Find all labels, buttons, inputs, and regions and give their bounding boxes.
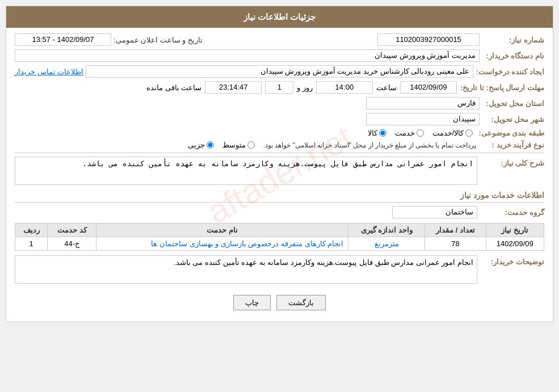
- process-motavaset-item[interactable]: متوسط: [222, 141, 255, 149]
- table-row: 1402/09/09 78 مترمربع انجام کارهای متفرق…: [15, 237, 544, 251]
- category-khadamat-label: خدمت: [395, 129, 415, 137]
- description-box: شرح کلی نیاز:: [15, 157, 544, 185]
- category-kala-item[interactable]: کالا: [368, 129, 386, 137]
- service-group-row: گروه حدمت: ساختمان: [15, 206, 544, 218]
- buyer-org-label: نام دستگاه خریدار:: [482, 52, 544, 60]
- category-khadamat-item[interactable]: خدمت: [395, 129, 424, 137]
- divider-1: [15, 153, 544, 153]
- province-value: فارس: [366, 97, 480, 109]
- city-label: شهر محل تحویل:: [482, 115, 544, 124]
- service-group-value: ساختمان: [392, 206, 477, 218]
- page-title: جزئیات اطلاعات نیاز: [243, 12, 316, 22]
- category-kala-label: کالا: [368, 129, 377, 137]
- process-note: پرداخت تمام یا بخشی از مبلغ خریدار از مح…: [263, 141, 476, 149]
- category-group: کالا/خدمت خدمت کالا: [368, 129, 473, 137]
- deadline-days-label: روز و: [297, 83, 313, 92]
- button-row: بازگشت چاپ: [15, 289, 544, 316]
- print-button[interactable]: چاپ: [233, 295, 271, 310]
- process-jozi-radio[interactable]: [207, 141, 214, 149]
- need-number-label: شماره نیاز:: [482, 36, 544, 44]
- announce-date-label: تاریخ و ساعت اعلان عمومی:: [114, 36, 203, 44]
- col-service-name: نام حدمت: [96, 224, 348, 237]
- deadline-remaining-label: ساعت باقی مانده: [146, 83, 201, 92]
- city-row: شهر محل تحویل: سپیدان: [15, 113, 544, 125]
- description-label: شرح کلی نیاز:: [482, 157, 544, 167]
- table-header-row: تاریخ نیاز تعداد / مقدار واحد اندازه گیر…: [15, 224, 544, 237]
- deadline-remaining: 23:14:47: [205, 81, 262, 94]
- cell-service-code: ج-44: [48, 237, 96, 251]
- buyer-notes-label: توضیحات خریدار:: [482, 255, 544, 266]
- buyer-org-row: نام دستگاه خریدار: مدیریت آموزش وپرورش س…: [15, 49, 544, 62]
- page-header: جزئیات اطلاعات نیاز: [6, 6, 553, 28]
- requester-value: علی معینی رودبالی کارشناس خرید مدیریت آم…: [86, 65, 473, 78]
- deadline-days: 1: [265, 81, 293, 94]
- col-row-num: ردیف: [15, 224, 48, 237]
- category-label: طبقه بندی موضوعی:: [478, 129, 544, 137]
- deadline-date: 1402/09/09: [400, 81, 457, 94]
- cell-row-num: 1: [15, 237, 48, 251]
- city-value: سپیدان: [366, 113, 480, 125]
- page-wrapper: جزئیات اطلاعات نیاز aftader.net شماره نی…: [6, 6, 553, 322]
- category-kala-khadamat-item[interactable]: کالا/خدمت: [432, 129, 473, 137]
- col-service-code: کد حدمت: [48, 224, 96, 237]
- col-need-date: تاریخ نیاز: [486, 224, 544, 237]
- deadline-row: مهلت ارسال پاسخ: تا تاریخ: 1402/09/09 سا…: [15, 81, 544, 94]
- description-textarea[interactable]: [15, 157, 477, 185]
- services-title: اطلاعات خدمات مورد نیاز: [15, 191, 544, 203]
- province-row: استان محل تحویل: فارس: [15, 97, 544, 109]
- process-jozi-label: جزیی: [188, 141, 205, 149]
- category-kala-khadamat-radio[interactable]: [465, 129, 473, 137]
- need-number-row: شماره نیاز: 1102003927000015 تاریخ و ساع…: [15, 33, 544, 46]
- deadline-time: 14:00: [316, 81, 373, 94]
- process-label: نوع فرآیند خرید :: [482, 141, 544, 149]
- deadline-time-label: ساعت: [376, 83, 397, 92]
- col-quantity: تعداد / مقدار: [425, 224, 486, 237]
- requester-label: ایجاد کننده درخواست:: [476, 68, 544, 76]
- contact-link[interactable]: اطلاعات تماس خریدار: [15, 68, 83, 76]
- back-button[interactable]: بازگشت: [276, 295, 326, 310]
- category-kala-radio[interactable]: [379, 129, 386, 137]
- need-number-value: 1102003927000015: [377, 33, 480, 46]
- category-kala-khadamat-label: کالا/خدمت: [432, 129, 464, 137]
- deadline-label: مهلت ارسال پاسخ: تا تاریخ:: [460, 83, 544, 92]
- process-motavaset-label: متوسط: [222, 141, 246, 149]
- requester-row: ایجاد کننده درخواست: علی معینی رودبالی ک…: [15, 65, 544, 78]
- process-jozi-item[interactable]: جزیی: [188, 141, 214, 149]
- announce-date-value: 1402/09/07 - 13:57: [15, 33, 111, 46]
- col-unit: واحد اندازه گیری: [348, 224, 425, 237]
- cell-quantity: 78: [425, 237, 486, 251]
- services-table: تاریخ نیاز تعداد / مقدار واحد اندازه گیر…: [15, 223, 544, 251]
- process-motavaset-radio[interactable]: [247, 141, 255, 149]
- buyer-notes-box: توضیحات خریدار: انجام امور عمرانی مدارس …: [15, 255, 544, 284]
- cell-need-date: 1402/09/09: [486, 237, 544, 251]
- category-row: طبقه بندی موضوعی: کالا/خدمت خدمت کالا: [15, 129, 544, 137]
- cell-service-name[interactable]: انجام کارهای متفرقه درخصوص بازسازی و بهس…: [96, 237, 348, 251]
- service-group-label: گروه حدمت:: [482, 208, 544, 217]
- process-group: پرداخت تمام یا بخشی از مبلغ خریدار از مح…: [188, 141, 476, 149]
- category-khadamat-radio[interactable]: [417, 129, 424, 137]
- process-type-row: نوع فرآیند خرید : پرداخت تمام یا بخشی از…: [15, 141, 544, 149]
- buyer-org-value: مدیریت آموزش وپرورش سپیدان: [15, 49, 480, 62]
- buyer-notes-value: انجام امور عمرانی مدارس طبق فایل پیوست.ه…: [15, 255, 477, 284]
- cell-unit: مترمربع: [348, 237, 425, 251]
- province-label: استان محل تحویل:: [482, 99, 544, 108]
- content-area: aftader.net شماره نیاز: 1102003927000015…: [6, 28, 553, 322]
